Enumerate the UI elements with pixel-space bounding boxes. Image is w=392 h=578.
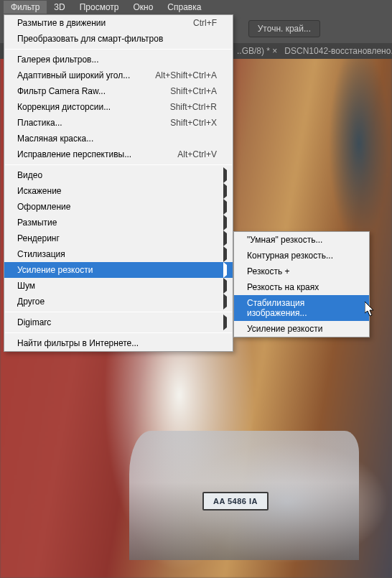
chevron-right-icon <box>223 281 227 291</box>
menu-item[interactable]: Усиление резкости <box>234 321 369 337</box>
menu-item-label: Усиление резкости <box>17 265 93 275</box>
menubar-item-3d[interactable]: 3D <box>47 1 72 14</box>
tab-current[interactable]: ..GB/8) * × <box>237 46 277 56</box>
menu-item[interactable]: Другое <box>4 294 233 309</box>
menu-item[interactable]: Адаптивный широкий угол...Alt+Shift+Ctrl… <box>4 67 233 83</box>
menu-item[interactable]: Галерея фильтров... <box>4 52 233 67</box>
menu-item[interactable]: Размытие в движенииCtrl+F <box>4 15 233 31</box>
menu-item[interactable]: Найти фильтры в Интернете... <box>4 335 233 351</box>
chevron-right-icon <box>223 249 227 259</box>
menubar-item-просмотр[interactable]: Просмотр <box>73 1 126 14</box>
menu-item-label: Галерея фильтров... <box>17 55 98 65</box>
menu-item[interactable]: Стабилизация изображения... <box>234 295 369 321</box>
filter-menu: Размытие в движенииCtrl+FПреобразовать д… <box>4 14 233 352</box>
menu-item[interactable]: Резкость на краях <box>234 279 369 295</box>
menu-item-label: Другое <box>17 297 45 307</box>
menu-item-label: Стабилизация изображения... <box>247 298 356 318</box>
chevron-right-icon <box>223 265 227 275</box>
menu-item-label: Пластика... <box>17 118 62 128</box>
menu-item[interactable]: Оформление <box>4 199 233 215</box>
menu-item-shortcut: Shift+Ctrl+A <box>170 86 217 96</box>
menu-item[interactable]: Фильтр Camera Raw...Shift+Ctrl+A <box>4 83 233 99</box>
menubar-item-фильтр[interactable]: Фильтр <box>4 1 47 14</box>
menu-item-label: Фильтр Camera Raw... <box>17 86 106 96</box>
menu-item-label: Стилизация <box>17 249 65 259</box>
chevron-right-icon <box>223 317 227 327</box>
menu-item[interactable]: Коррекция дисторсии...Shift+Ctrl+R <box>4 99 233 115</box>
sharpen-submenu: "Умная" резкость...Контурная резкость...… <box>233 231 370 337</box>
menubar: Фильтр3DПросмотрОкноСправка <box>0 0 392 14</box>
menu-item[interactable]: Преобразовать для смарт-фильтров <box>4 31 233 47</box>
menu-item-shortcut: Alt+Shift+Ctrl+A <box>155 70 217 80</box>
chevron-right-icon <box>223 170 227 180</box>
menubar-item-справка[interactable]: Справка <box>160 1 208 14</box>
menu-separator <box>5 312 232 312</box>
menu-item[interactable]: Резкость + <box>234 264 369 279</box>
menu-separator <box>5 332 232 333</box>
menu-separator <box>5 49 232 50</box>
menu-item-label: Шум <box>17 281 35 291</box>
menu-item-shortcut: Ctrl+F <box>193 18 217 28</box>
tab-other[interactable]: DSCN1042-восстановлено.. <box>284 46 392 56</box>
menu-item[interactable]: Шум <box>4 278 233 294</box>
refine-edge-button[interactable]: Уточн. край... <box>248 20 320 37</box>
menu-item[interactable]: Рендеринг <box>4 230 233 246</box>
menu-item[interactable]: Пластика...Shift+Ctrl+X <box>4 115 233 131</box>
menu-item-shortcut: Alt+Ctrl+V <box>177 149 217 159</box>
menu-item-label: Видео <box>17 170 42 180</box>
menu-item[interactable]: Контурная резкость... <box>234 248 369 264</box>
menu-item[interactable]: Видео <box>4 167 233 183</box>
menu-item[interactable]: Усиление резкости <box>4 262 233 278</box>
menu-item-label: Резкость на краях <box>247 282 319 292</box>
menu-item[interactable]: Размытие <box>4 215 233 230</box>
menu-item[interactable]: Digimarc <box>4 314 233 330</box>
menu-item[interactable]: Масляная краска... <box>4 131 233 146</box>
menu-item-label: Преобразовать для смарт-фильтров <box>17 34 163 44</box>
menu-item-label: Контурная резкость... <box>247 251 333 261</box>
chevron-right-icon <box>223 202 227 212</box>
menu-item-label: Адаптивный широкий угол... <box>17 70 130 80</box>
menu-item-shortcut: Shift+Ctrl+X <box>170 118 217 128</box>
menu-separator <box>5 164 232 165</box>
menu-item[interactable]: "Умная" резкость... <box>234 232 369 248</box>
menu-item-label: Усиление резкости <box>247 324 322 334</box>
menubar-item-окно[interactable]: Окно <box>126 1 160 14</box>
menu-item-label: Оформление <box>17 202 70 212</box>
chevron-right-icon <box>223 233 227 243</box>
chevron-right-icon <box>223 297 227 307</box>
menu-item-label: Размытие <box>17 218 57 228</box>
license-plate: AA 5486 IA <box>202 492 269 511</box>
menu-item[interactable]: Искажение <box>4 183 233 199</box>
chevron-right-icon <box>223 218 227 228</box>
menu-item-label: Коррекция дисторсии... <box>17 102 111 112</box>
menu-item-label: Исправление перспективы... <box>17 149 131 159</box>
menu-item-label: Искажение <box>17 186 62 196</box>
menu-item-label: Рендеринг <box>17 233 60 243</box>
menu-item[interactable]: Исправление перспективы...Alt+Ctrl+V <box>4 146 233 162</box>
menu-item-label: "Умная" резкость... <box>247 235 322 245</box>
menu-item[interactable]: Стилизация <box>4 246 233 262</box>
menu-item-label: Размытие в движении <box>17 18 106 28</box>
menu-item-label: Найти фильтры в Интернете... <box>17 338 139 348</box>
menu-item-label: Масляная краска... <box>17 134 93 144</box>
menu-item-shortcut: Shift+Ctrl+R <box>170 102 217 112</box>
chevron-right-icon <box>223 186 227 196</box>
menu-item-label: Digimarc <box>17 317 51 327</box>
menu-item-label: Резкость + <box>247 266 290 276</box>
